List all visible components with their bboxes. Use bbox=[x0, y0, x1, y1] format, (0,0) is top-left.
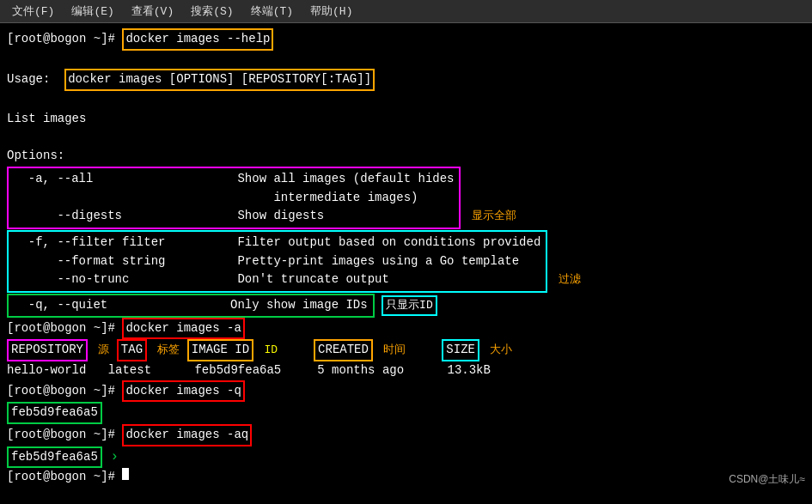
cmd-line-1: [root@bogon ~]# docker images --help bbox=[7, 28, 805, 51]
table-header-row: REPOSITORY 源 TAG 标签 IMAGE ID ID CREATED … bbox=[7, 339, 805, 361]
col-label-id: ID bbox=[264, 342, 278, 359]
cell-repo: hello-world bbox=[7, 361, 108, 380]
usage-label: Usage: bbox=[7, 70, 64, 89]
blank-2 bbox=[7, 91, 805, 110]
label-filter: 过滤 bbox=[559, 273, 581, 286]
cmd-docker-q: docker images -q bbox=[122, 380, 244, 403]
cmd-line-3: [root@bogon ~]# docker images -q bbox=[7, 380, 805, 403]
cmd-docker-aq: docker images -aq bbox=[122, 424, 252, 446]
option-filter: -f, --filter filter Filter output based … bbox=[14, 234, 540, 252]
cmd-docker-help: docker images --help bbox=[122, 28, 273, 51]
final-prompt-line: [root@bogon ~]# bbox=[7, 468, 805, 487]
option-format: --format string Pretty-print images usin… bbox=[14, 252, 540, 271]
option-no-trunc: --no-trunc Don't truncate output bbox=[14, 270, 540, 289]
usage-cmd: docker images [OPTIONS] [REPOSITORY[:TAG… bbox=[64, 69, 375, 91]
col-label-size: 大小 bbox=[490, 342, 512, 359]
prompt-5: [root@bogon ~]# bbox=[7, 468, 122, 487]
menu-search[interactable]: 搜索(S) bbox=[182, 2, 241, 21]
options-block-magenta: -a, --all Show all images (default hides… bbox=[7, 167, 461, 229]
option-a-cont: intermediate images) bbox=[14, 189, 454, 208]
col-repository: REPOSITORY bbox=[7, 339, 88, 361]
watermark: CSDN@土味儿≈ bbox=[729, 471, 805, 488]
option-quiet: -q, --quiet Only show image IDs bbox=[14, 296, 368, 315]
col-label-tag-cn: 标签 bbox=[157, 342, 180, 359]
blank-3 bbox=[7, 128, 805, 147]
options-heading: Options: bbox=[7, 147, 805, 166]
list-images-text: List images bbox=[7, 110, 805, 129]
cell-id: feb5d9fea6a5 bbox=[194, 361, 317, 380]
blank-1 bbox=[7, 51, 805, 70]
cmd-docker-a: docker images -a bbox=[122, 318, 244, 340]
image-id-line-2: feb5d9fea6a5 › bbox=[7, 446, 805, 469]
terminal: [root@bogon ~]# docker images --help Usa… bbox=[0, 23, 812, 492]
cmd-line-2: [root@bogon ~]# docker images -a bbox=[7, 318, 805, 340]
menu-help[interactable]: 帮助(H) bbox=[302, 2, 361, 21]
menu-view[interactable]: 查看(V) bbox=[123, 2, 182, 21]
usage-line: Usage: docker images [OPTIONS] [REPOSITO… bbox=[7, 69, 805, 91]
option-quiet-row: -q, --quiet Only show image IDs 只显示ID bbox=[7, 294, 805, 318]
option-digests: --digests Show digests bbox=[14, 207, 454, 226]
menu-edit[interactable]: 编辑(E) bbox=[63, 2, 122, 21]
col-label-time: 时间 bbox=[383, 342, 406, 359]
options-block-cyan: -f, --filter filter Filter output based … bbox=[7, 230, 547, 293]
label-show-all: 显示全部 bbox=[472, 209, 516, 222]
menu-bar: 文件(F) 编辑(E) 查看(V) 搜索(S) 终端(T) 帮助(H) bbox=[0, 0, 812, 23]
label-only-id: 只显示ID bbox=[382, 295, 437, 316]
image-id-output-2: feb5d9fea6a5 bbox=[7, 446, 102, 469]
prompt-4: [root@bogon ~]# bbox=[7, 426, 122, 445]
option-a: -a, --all Show all images (default hides bbox=[14, 170, 454, 189]
prompt-2: [root@bogon ~]# bbox=[7, 319, 122, 338]
col-created: CREATED bbox=[314, 339, 373, 361]
col-label-source: 源 bbox=[98, 342, 109, 359]
col-tag: TAG bbox=[117, 339, 147, 361]
cmd-line-4: [root@bogon ~]# docker images -aq bbox=[7, 424, 805, 446]
image-id-output-1: feb5d9fea6a5 bbox=[7, 402, 102, 424]
cell-created: 5 months ago bbox=[317, 361, 447, 380]
cell-size: 13.3kB bbox=[448, 361, 491, 380]
arrow-icon: › bbox=[102, 446, 119, 468]
col-size: SIZE bbox=[442, 339, 479, 361]
cell-tag: latest bbox=[108, 361, 195, 380]
prompt-1: [root@bogon ~]# bbox=[7, 30, 122, 49]
cursor bbox=[122, 468, 129, 480]
prompt-3: [root@bogon ~]# bbox=[7, 382, 122, 401]
col-image-id: IMAGE ID bbox=[187, 339, 253, 361]
options-block-green: -q, --quiet Only show image IDs bbox=[7, 294, 375, 318]
menu-terminal[interactable]: 终端(T) bbox=[242, 2, 302, 21]
table-data-row: hello-world latest feb5d9fea6a5 5 months… bbox=[7, 361, 805, 380]
image-id-line-1: feb5d9fea6a5 bbox=[7, 402, 805, 424]
menu-file[interactable]: 文件(F) bbox=[3, 2, 63, 21]
